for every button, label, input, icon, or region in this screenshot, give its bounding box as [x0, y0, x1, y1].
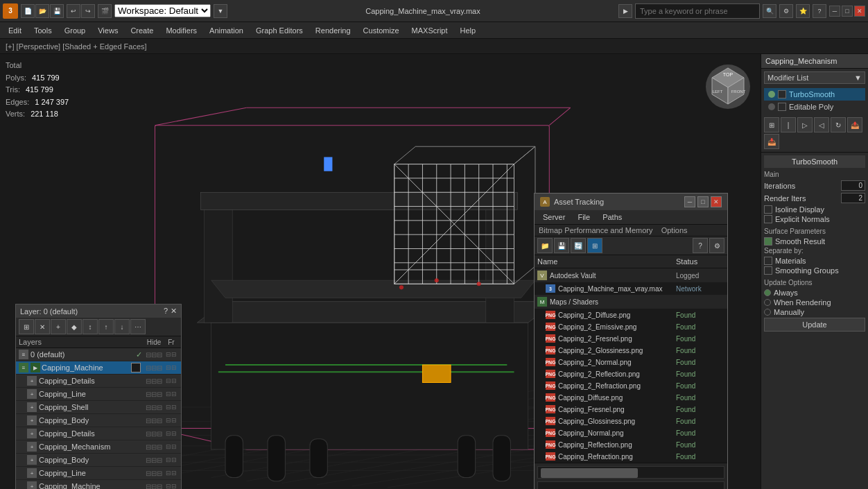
minimize-btn[interactable]: ─: [829, 6, 840, 17]
menu-graph-editors[interactable]: Graph Editors: [250, 23, 309, 38]
menu-create[interactable]: Create: [125, 23, 159, 38]
asset-refraction2[interactable]: PNG Capping_2_Refraction.png Found: [535, 380, 727, 392]
ts-rendering-radio[interactable]: [764, 299, 771, 306]
menu-views[interactable]: Views: [92, 23, 123, 38]
cube-navigator[interactable]: TOP LEFT FRONT: [704, 62, 752, 111]
asset-tool-4[interactable]: ⊞: [587, 238, 602, 253]
layer-select-btn[interactable]: ◆: [67, 319, 82, 334]
asset-table[interactable]: V Autodesk Vault Logged 3 Capping_Machin…: [535, 268, 727, 463]
help-btn[interactable]: ?: [813, 4, 826, 18]
asset-tool-help[interactable]: ?: [693, 238, 708, 253]
asset-path-input[interactable]: [537, 481, 724, 489]
asset-maximize-btn[interactable]: □: [697, 196, 709, 207]
ts-explicit-checkbox[interactable]: [764, 215, 772, 223]
rp-icon-3[interactable]: ▷: [797, 117, 813, 132]
search-input[interactable]: [635, 3, 760, 19]
workspace-dropdown[interactable]: Workspace: Default: [114, 4, 211, 17]
modifier-list-dropdown[interactable]: Modifier List ▼: [764, 71, 865, 84]
undo-btn[interactable]: ↩: [67, 4, 80, 18]
menu-modifiers[interactable]: Modifiers: [160, 23, 202, 38]
layer-row-details1[interactable]: + Capping_Details ⊟⊟⊟ ⊟⊟: [16, 375, 181, 388]
redo-btn[interactable]: ↪: [81, 4, 95, 18]
asset-tool-settings[interactable]: ⚙: [709, 238, 724, 253]
menu-maxscript[interactable]: MAXScript: [406, 23, 453, 38]
layer-add-btn[interactable]: +: [51, 319, 66, 334]
maximize-btn[interactable]: □: [842, 6, 853, 17]
workspace-expand[interactable]: ▼: [214, 4, 227, 18]
menu-customize[interactable]: Customize: [358, 23, 405, 38]
menu-edit[interactable]: Edit: [3, 23, 27, 38]
asset-menu-paths[interactable]: Paths: [597, 212, 627, 223]
asset-refraction[interactable]: PNG Capping_Refraction.png Found: [535, 451, 727, 463]
menu-tools[interactable]: Tools: [28, 23, 58, 38]
asset-group-vault[interactable]: V Autodesk Vault Logged: [535, 268, 727, 283]
asset-reflection[interactable]: PNG Capping_Reflection.png Found: [535, 439, 727, 451]
asset-gloss2[interactable]: PNG Capping_2_Glossiness.png Found: [535, 345, 727, 357]
layer-move-btn[interactable]: ↕: [83, 319, 98, 334]
modifier-checkbox[interactable]: [778, 90, 786, 98]
layer-more-btn[interactable]: ⋯: [130, 319, 146, 334]
rp-icon-6[interactable]: 📤: [847, 117, 862, 132]
rp-icon-4[interactable]: ◁: [814, 117, 829, 132]
asset-normal[interactable]: PNG Capping_Normal.png Found: [535, 427, 727, 439]
layer-row-details2[interactable]: + Capping_Details ⊟⊟⊟ ⊟⊟: [16, 427, 181, 440]
asset-group-maps[interactable]: M Maps / Shaders: [535, 295, 727, 309]
asset-emissive2[interactable]: PNG Capping_2_Emissive.png Found: [535, 321, 727, 333]
asset-diffuse2[interactable]: PNG Capping_2_Diffuse.png Found: [535, 309, 727, 321]
layer-up-btn[interactable]: ↑: [98, 319, 114, 334]
layer-panel-titlebar[interactable]: Layer: 0 (default) ? ✕: [16, 304, 181, 318]
asset-normal2[interactable]: PNG Capping_2_Normal.png Found: [535, 357, 727, 368]
layer-lock-box[interactable]: [131, 363, 141, 372]
ts-manually-radio[interactable]: [764, 309, 771, 316]
layer-down-btn[interactable]: ↓: [114, 319, 130, 334]
layer-row-default[interactable]: ≡ 0 (default) ✓ ⊟⊟⊟ ⊟⊟: [16, 348, 181, 361]
close-btn[interactable]: ✕: [854, 6, 865, 17]
rp-icon-1[interactable]: ⊞: [764, 117, 779, 132]
asset-menu-server[interactable]: Server: [537, 212, 571, 223]
tools-btn[interactable]: ⚙: [779, 4, 793, 18]
viewport[interactable]: Total Polys: 415 799 Tris: 415 799 Edges…: [0, 54, 761, 489]
asset-options-label[interactable]: Options: [661, 226, 688, 234]
open-btn[interactable]: 📂: [35, 4, 49, 18]
viewport-label[interactable]: [+] [Perspective] [Shaded + Edged Faces]: [6, 42, 147, 51]
asset-menu-file[interactable]: File: [572, 212, 596, 223]
layer-row-body1[interactable]: + Capping_Body ⊟⊟⊟ ⊟⊟: [16, 414, 181, 427]
ts-isoline-checkbox[interactable]: [764, 205, 772, 214]
layer-close-btn[interactable]: ✕: [171, 307, 177, 316]
scene-icon[interactable]: 🎬: [98, 4, 112, 18]
layer-row-mechanism[interactable]: + Capping_Mechanism ⊟⊟⊟ ⊟⊟: [16, 440, 181, 454]
ts-update-button[interactable]: Update: [764, 318, 865, 332]
layer-row-shell[interactable]: + Capping_Shell ⊟⊟⊟ ⊟⊟: [16, 401, 181, 414]
menu-group[interactable]: Group: [59, 23, 92, 38]
asset-item-max-file[interactable]: 3 Capping_Machine_max_vray.max Network: [535, 283, 727, 295]
asset-fresnel[interactable]: PNG Capping_Fresnel.png Found: [535, 404, 727, 415]
layer-help-btn[interactable]: ?: [164, 307, 168, 316]
asset-close-btn[interactable]: ✕: [711, 196, 722, 207]
rp-icon-2[interactable]: |: [781, 117, 796, 132]
asset-tool-1[interactable]: 📁: [537, 238, 553, 253]
modifier-checkbox-2[interactable]: [778, 103, 786, 111]
layer-row-body2[interactable]: + Capping_Body ⊟⊟⊟ ⊟⊟: [16, 454, 181, 467]
layer-row-capping-machine[interactable]: ≡ ▶ Capping_Machine ⊟⊟⊟ ⊟⊟: [16, 361, 181, 375]
layer-delete-btn[interactable]: ✕: [35, 319, 50, 334]
menu-help[interactable]: Help: [455, 23, 482, 38]
layer-row-line2[interactable]: + Capping_Line ⊟⊟⊟ ⊟⊟: [16, 467, 181, 480]
asset-path-bar[interactable]: [537, 466, 724, 479]
asset-titlebar[interactable]: A Asset Tracking ─ □ ✕: [535, 194, 727, 210]
asset-tool-2[interactable]: 💾: [554, 238, 569, 253]
asset-glossiness[interactable]: PNG Capping_Glossiness.png Found: [535, 415, 727, 427]
asset-diffuse[interactable]: PNG Capping_Diffuse.png Found: [535, 392, 727, 404]
modifier-editablepoly[interactable]: Editable Poly: [764, 101, 865, 113]
ts-render-iters-input[interactable]: [841, 193, 865, 203]
save-btn[interactable]: 💾: [50, 4, 64, 18]
layer-row-line1[interactable]: + Capping_Line ⊟⊟⊟ ⊟⊟: [16, 388, 181, 401]
search-btn[interactable]: 🔍: [763, 4, 776, 18]
ts-smooth-checkbox[interactable]: [764, 237, 772, 246]
layer-row-machine2[interactable]: + Capping_Machine ⊟⊟⊟ ⊟⊟: [16, 480, 181, 489]
rp-icon-7[interactable]: 📥: [764, 134, 779, 149]
ts-always-radio[interactable]: [764, 289, 771, 296]
ts-iterations-input[interactable]: [841, 180, 865, 191]
asset-reflection2[interactable]: PNG Capping_2_Reflection.png Found: [535, 368, 727, 380]
asset-tool-3[interactable]: 🔄: [571, 238, 586, 253]
asset-fresnel2[interactable]: PNG Capping_2_Fresnel.png Found: [535, 333, 727, 345]
